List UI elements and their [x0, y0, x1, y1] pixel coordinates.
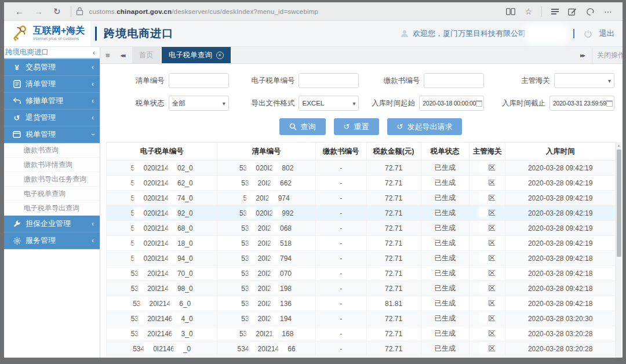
list-no-input[interactable]	[169, 73, 229, 88]
redacted-segment	[480, 344, 487, 352]
cell-customs: 区	[469, 326, 505, 341]
forward-icon[interactable]: →	[34, 6, 43, 16]
redacted-segment	[272, 179, 279, 187]
table-row[interactable]: 5320I21464_05320I2194-72.71已生成区2020-03-2…	[107, 311, 616, 326]
sidebar-item-list-mgmt[interactable]: 清单管理 ‹	[4, 76, 100, 93]
redacted-segment	[480, 314, 487, 322]
close-operations-button[interactable]: 关闭操作	[597, 50, 623, 60]
time-start-input[interactable]: 2020-03-18 00:00:00	[419, 96, 484, 111]
table-row[interactable]: 5020I21474_0520I2974-72.71已生成区2020-03-28…	[107, 191, 616, 206]
query-button[interactable]: 查询	[279, 118, 326, 135]
export-request-button[interactable]: ↺ 发起导出请求	[387, 118, 463, 135]
field-label-status: 税单状态	[104, 99, 169, 108]
col-header-amount[interactable]: 税款金额(元)	[366, 143, 421, 161]
table-row[interactable]: 5320I21470_05320I2070-72.71已生成区2020-03-2…	[107, 266, 616, 281]
content-area: ≡ ◂◂ 首页 电子税单查询 × ▸▸ 关闭操作 清	[100, 47, 623, 358]
vertical-scrollbar[interactable]: ▴	[616, 142, 621, 358]
tab-bar: ≡ ◂◂ 首页 电子税单查询 × ▸▸ 关闭操作	[100, 47, 623, 64]
tab-home[interactable]: 首页	[132, 47, 161, 63]
col-header-customs[interactable]: 主管海关	[469, 143, 505, 161]
submenu-payment-export-task-query[interactable]: 缴款书导出任务查询	[4, 172, 100, 187]
etax-no-input[interactable]	[299, 73, 359, 88]
scroll-up-arrow-icon[interactable]: ▴	[616, 142, 621, 149]
export-format-select[interactable]: EXCEL▾	[299, 96, 359, 111]
cell-etax-no[interactable]: 5020I21418_0	[107, 236, 217, 251]
table-row[interactable]: 5020I21418_05320I2518-72.71已生成区2020-03-2…	[107, 236, 616, 251]
logout-button[interactable]: 退出	[599, 28, 614, 39]
sidebar-item-label: 退货管理	[26, 112, 56, 123]
sidebar-header[interactable]: 跨境电商进口 ‹	[4, 47, 100, 59]
sidebar-item-guarantee-enterprise-mgmt[interactable]: 担保企业管理 ‹	[4, 216, 100, 232]
table-row[interactable]: 5020I21492_053020I2992-72.71已生成区2020-03-…	[107, 206, 616, 221]
cell-customs: 区	[469, 251, 505, 266]
table-row[interactable]: 5320I21498_05320I2198-72.71已生成区2020-03-2…	[107, 281, 616, 296]
close-tab-icon[interactable]: ×	[216, 52, 224, 59]
sidebar-item-service-mgmt[interactable]: 服务管理 ‹	[4, 232, 100, 249]
cell-etax-no[interactable]: 5320I21463_0	[107, 326, 217, 341]
sidebar-item-amend-cancel-mgmt[interactable]: 修撤单管理 ‹	[4, 93, 100, 110]
scroll-tabs-right-icon[interactable]: ▸▸	[580, 52, 584, 59]
button-label: 重置	[354, 122, 369, 132]
col-header-time[interactable]: 入库时间	[505, 143, 616, 161]
hub-icon[interactable]	[551, 8, 559, 16]
sidebar-item-transaction-mgmt[interactable]: ¥ 交易管理 ‹	[4, 59, 100, 76]
refresh-icon[interactable]: ↻	[53, 6, 61, 17]
share-icon[interactable]	[586, 8, 595, 16]
cell-etax-no[interactable]: 5020I21462_0	[107, 176, 217, 191]
back-icon[interactable]: ←	[15, 6, 24, 16]
cell-etax-no[interactable]: 5020I21494_0	[107, 251, 217, 266]
cell-status: 已生成	[421, 266, 469, 281]
col-header-list-no[interactable]: 清单编号	[217, 143, 315, 161]
power-icon[interactable]	[584, 30, 592, 38]
time-end-input[interactable]: 2020-03-31 23:59:59	[549, 96, 614, 111]
address-bar[interactable]: customs.chinaport.gov.cn/deskserver/cus/…	[89, 8, 502, 15]
web-note-icon[interactable]	[568, 8, 577, 16]
cell-etax-no[interactable]: 5020I21474_0	[107, 191, 217, 206]
cell-etax-no[interactable]: 5340I2146_0	[107, 341, 217, 356]
cell-payment-no: -	[315, 266, 366, 281]
table-row[interactable]: 5020I21494_05320I2794-72.71已生成区2020-03-2…	[107, 251, 616, 266]
table-row[interactable]: 5020I21468_05320I2068-72.71已生成区2020-03-2…	[107, 221, 616, 236]
redacted-segment	[139, 285, 147, 292]
col-header-payment-no[interactable]: 缴款书编号	[315, 143, 366, 161]
col-header-etax-no[interactable]: 电子税单编号	[107, 143, 217, 161]
cell-etax-no[interactable]: 5320I21498_0	[107, 281, 217, 296]
submenu-etax-bill-query[interactable]: 电子税单查询	[4, 187, 100, 201]
submenu-etax-bill-export-query[interactable]: 电子税单导出查询	[4, 201, 100, 216]
status-select[interactable]: 全部▾	[169, 96, 229, 111]
cell-etax-no[interactable]: 5320I21464_0	[107, 311, 217, 326]
scrollbar-thumb[interactable]	[617, 150, 621, 257]
cell-etax-no[interactable]: 5320I2146_0	[107, 296, 217, 311]
submenu-payment-detail-query[interactable]: 缴款书详情查询	[4, 158, 100, 172]
cell-amount: 72.71	[366, 206, 421, 221]
redacted-segment	[272, 285, 279, 292]
calendar-icon[interactable]	[606, 100, 613, 107]
cell-etax-no[interactable]: 5020I21468_0	[107, 221, 217, 236]
favorites-star-icon[interactable]: ☆	[525, 7, 532, 16]
submenu-payment-query[interactable]: 缴款书查询	[4, 143, 100, 158]
logo-title: 互联网+海关	[33, 26, 85, 35]
redacted-segment	[250, 239, 257, 247]
cell-etax-no[interactable]: 5320I21470_0	[107, 266, 217, 281]
tab-etax-bill-query[interactable]: 电子税单查询 ×	[162, 47, 231, 63]
cell-etax-no[interactable]: 5020I21492_0	[107, 206, 217, 221]
menu-toggle-icon[interactable]: ≡	[105, 51, 110, 60]
table-row[interactable]: 5340I2146_053420I21466-72.71已生成区2020-03-…	[107, 341, 616, 356]
scroll-tabs-left-icon[interactable]: ◂◂	[121, 52, 125, 59]
cell-customs: 区	[469, 266, 505, 281]
search-icon	[289, 123, 297, 130]
customs-select[interactable]: ▾	[554, 73, 614, 88]
calendar-icon[interactable]	[476, 100, 482, 107]
sidebar-item-returns-mgmt[interactable]: ↺ 退货管理 ‹	[4, 110, 100, 126]
reset-button[interactable]: ↺ 重置	[334, 118, 379, 135]
table-row[interactable]: 5020I21402_053020I2802-72.71已生成区2020-03-…	[107, 161, 616, 176]
table-row[interactable]: 5020I21462_05320I2662-72.71已生成区2020-03-2…	[107, 176, 616, 191]
more-options-icon[interactable]: ⋯	[604, 7, 612, 16]
table-row[interactable]: 5320I21463_05320I21168-72.71已生成区2020-03-…	[107, 326, 616, 341]
reading-view-icon[interactable]	[506, 8, 515, 15]
col-header-status[interactable]: 税单状态	[421, 143, 469, 161]
payment-no-input[interactable]	[424, 73, 484, 88]
cell-etax-no[interactable]: 5020I21402_0	[107, 161, 217, 176]
table-row[interactable]: 5320I2146_05320I2136-81.81已生成区2020-03-28…	[107, 296, 616, 311]
sidebar-item-tax-bill-mgmt[interactable]: 税单管理 ‹	[4, 126, 100, 143]
